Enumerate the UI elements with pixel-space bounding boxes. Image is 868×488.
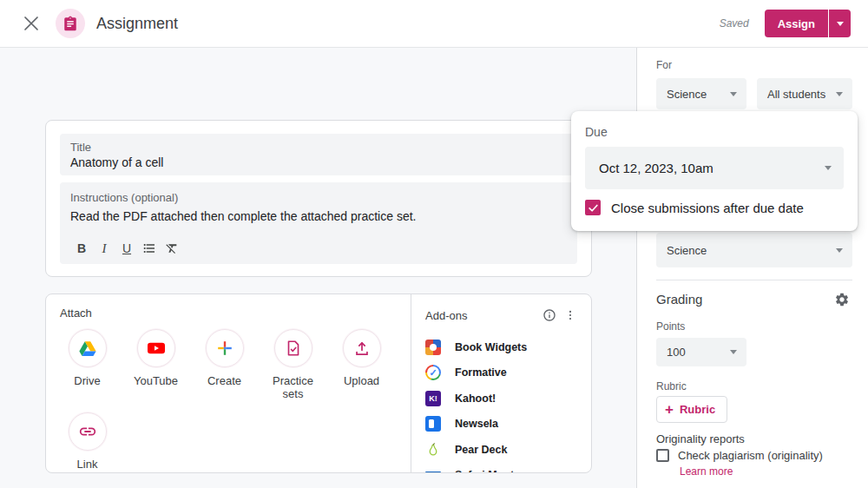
attach-options-grid: Drive YouTube [53, 329, 404, 473]
topic-select-value: Science [656, 244, 836, 257]
three-dot-menu-icon [564, 309, 576, 321]
youtube-icon [146, 338, 167, 359]
learn-more-link[interactable]: Learn more [680, 465, 733, 478]
assignment-clipboard-icon [62, 16, 78, 31]
due-date-select[interactable]: Oct 12, 2023, 10am [585, 147, 844, 189]
addon-formative[interactable]: ✓ Formative [425, 360, 581, 386]
assignment-details-card: Title Anatomy of a cell Instructions (op… [45, 120, 592, 277]
assign-dropdown-button[interactable] [829, 10, 851, 37]
assignment-editor-window: Assignment Saved Assign Title Anatomy of… [0, 0, 868, 488]
assign-button[interactable]: Assign [765, 10, 828, 37]
chevron-down-icon [730, 350, 737, 354]
google-drive-icon [78, 339, 97, 358]
chevron-down-icon [836, 92, 843, 96]
pear-deck-icon [425, 442, 441, 458]
addon-label: Pear Deck [455, 444, 507, 456]
chevron-down-icon [836, 248, 843, 253]
addon-kahoot[interactable]: K! Kahoot! [425, 386, 581, 412]
add-rubric-button[interactable]: + Rubric [656, 396, 727, 423]
students-select[interactable]: All students [757, 78, 852, 109]
gear-icon [834, 292, 850, 307]
addon-pear-deck[interactable]: Pear Deck [425, 437, 581, 463]
formative-icon: ✓ [425, 365, 441, 380]
close-submissions-row: Close submissions after due date [585, 200, 804, 215]
bold-button[interactable]: B [70, 238, 93, 259]
attach-section: Attach Drive [46, 294, 411, 472]
topic-select[interactable]: Science [656, 233, 852, 267]
instructions-field-label: Instructions (optional) [70, 190, 567, 205]
for-label: For [656, 59, 672, 71]
create-icon-circle [206, 329, 244, 367]
plagiarism-checkbox-label: Check plagiarism (originality) [678, 449, 823, 463]
page-title: Assignment [96, 15, 178, 33]
addons-section-label: Add-ons [425, 309, 467, 322]
attach-option-label: Create [207, 374, 241, 387]
addons-info-button[interactable] [539, 305, 560, 326]
attach-option-label: YouTube [134, 374, 178, 387]
class-select-value: Science [656, 88, 730, 101]
chevron-down-icon [730, 92, 737, 96]
grading-settings-button[interactable] [832, 289, 852, 310]
points-select-value: 100 [656, 346, 730, 359]
close-submissions-checkbox[interactable] [585, 200, 601, 215]
assign-split-button: Assign [765, 10, 851, 37]
addon-label: Kahoot! [455, 392, 496, 405]
addon-safari-montage[interactable]: Safari Montage [425, 463, 581, 474]
grading-section-label: Grading [656, 292, 702, 307]
addons-section: Add-ons [411, 294, 591, 472]
kahoot-icon: K! [425, 391, 441, 406]
plus-icon: + [665, 402, 674, 417]
attach-create-button[interactable]: Create [190, 329, 259, 400]
title-field-label: Title [70, 140, 567, 155]
checkmark-icon [588, 202, 599, 214]
attach-drive-button[interactable]: Drive [53, 329, 122, 400]
clear-formatting-icon [165, 241, 179, 255]
points-label: Points [656, 320, 685, 333]
attach-youtube-button[interactable]: YouTube [122, 329, 190, 400]
close-button[interactable] [16, 8, 47, 39]
upload-icon-circle [343, 329, 381, 367]
drive-icon-circle [69, 329, 107, 367]
saved-status: Saved [720, 17, 749, 30]
title-field[interactable]: Title Anatomy of a cell [60, 134, 577, 175]
attach-upload-button[interactable]: Upload [327, 329, 396, 400]
formatting-toolbar: B I U [70, 238, 183, 259]
create-plus-icon [215, 339, 234, 358]
addon-label: Safari Montage [455, 469, 533, 473]
attach-practice-sets-button[interactable]: Practice sets [259, 329, 327, 400]
addon-label: Formative [455, 366, 507, 379]
addon-book-widgets[interactable]: Book Widgets [425, 334, 581, 360]
underline-button[interactable]: U [115, 238, 138, 259]
bulleted-list-button[interactable] [138, 238, 161, 259]
info-icon [542, 308, 556, 322]
due-date-popup: Due Oct 12, 2023, 10am Close submissions… [571, 111, 858, 231]
clear-formatting-button[interactable] [161, 238, 183, 259]
safari-montage-icon [425, 467, 441, 473]
due-date-value: Oct 12, 2023, 10am [585, 161, 825, 175]
bulleted-list-icon [142, 241, 156, 255]
points-select[interactable]: 100 [656, 338, 746, 366]
chevron-down-icon [825, 166, 832, 170]
attach-option-label: Link [77, 458, 98, 471]
class-select[interactable]: Science [656, 78, 746, 109]
chevron-down-icon [837, 22, 844, 26]
addon-newsela[interactable]: Newsela [425, 412, 581, 438]
link-icon [78, 422, 97, 441]
instructions-field[interactable]: Instructions (optional) Read the PDF att… [60, 182, 577, 264]
attach-link-button[interactable]: Link [53, 412, 122, 471]
book-widgets-icon [425, 340, 441, 355]
italic-button[interactable]: I [93, 238, 115, 259]
plagiarism-checkbox[interactable] [656, 449, 669, 462]
attach-option-label: Upload [344, 374, 379, 387]
due-label: Due [585, 125, 608, 139]
plagiarism-checkbox-row: Check plagiarism (originality) [656, 449, 823, 463]
sidebar-divider [656, 280, 852, 280]
attach-option-label: Practice sets [266, 374, 320, 400]
addon-label: Book Widgets [455, 341, 527, 353]
addons-list: Book Widgets ✓ Formative K! Kahoot! News… [425, 334, 581, 473]
upload-icon [352, 339, 372, 358]
addons-overflow-menu-button[interactable] [560, 305, 581, 326]
addon-label: Newsela [455, 418, 498, 430]
instructions-field-value: Read the PDF attached then complete the … [70, 208, 567, 224]
rubric-label: Rubric [656, 380, 687, 392]
